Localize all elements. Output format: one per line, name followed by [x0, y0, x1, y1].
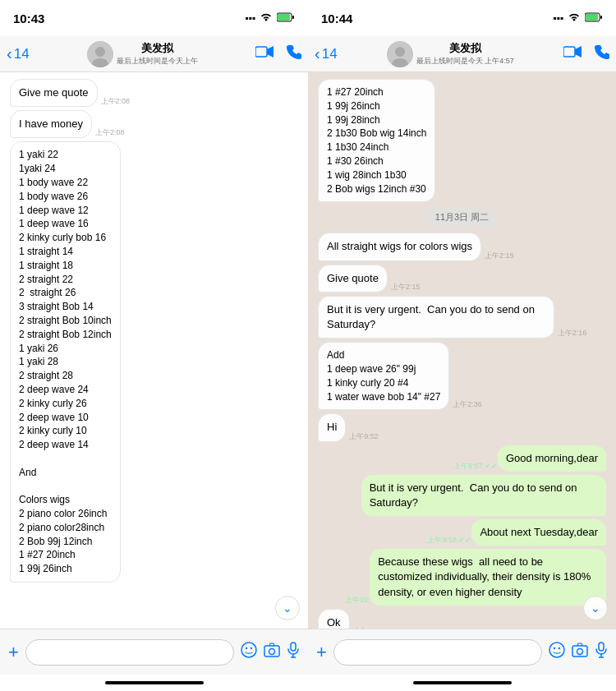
msg-row: 上午10: Because these wigs all need to be … — [318, 549, 606, 606]
bubble: About next Tuesday,dear — [471, 519, 606, 546]
right-home-indicator — [308, 675, 616, 691]
right-video-icon[interactable] — [563, 45, 582, 62]
svg-point-12 — [269, 649, 275, 655]
msg-row: 上午9:57 ✓✓ Good morning,dear — [318, 445, 606, 472]
left-chevron-icon: ‹ — [7, 44, 12, 63]
left-mic-icon[interactable] — [287, 642, 300, 662]
bubble: 1 #27 20inch 1 99j 26inch 1 99j 28inch 2… — [318, 79, 435, 202]
left-back-button[interactable]: ‹ 14 — [7, 44, 30, 63]
msg-row: Give me quote 上午2:08 — [10, 79, 298, 107]
left-phone: 10:43 ▪▪▪ ‹ 14 美发拟 最后上线时间是今天上午 — [0, 0, 308, 691]
left-status-time: 10:43 — [13, 12, 44, 25]
right-back-count: 14 — [322, 46, 338, 62]
left-status-icons: ▪▪▪ — [245, 12, 295, 25]
bubble: Give me quote — [10, 79, 98, 107]
msg-text: But it is very urgent. Can you do to sen… — [327, 303, 538, 330]
msg-time: 上午9:58 ✓✓ — [427, 535, 471, 546]
msg-text: I have money — [19, 117, 83, 130]
msg-time: 上午2:15 — [391, 282, 421, 293]
right-back-button[interactable]: ‹ 14 — [315, 44, 338, 63]
bubble: Hi — [318, 413, 346, 441]
right-input-field[interactable] — [333, 639, 542, 666]
right-chevron-icon: ‹ — [315, 44, 320, 63]
left-video-icon[interactable] — [255, 45, 274, 62]
svg-point-10 — [251, 647, 252, 649]
right-messages: 1 #27 20inch 1 99j 26inch 1 99j 28inch 2… — [318, 79, 606, 629]
right-status-icons: ▪▪▪ — [553, 12, 603, 25]
bubble: But it is very urgent. Can you do to sen… — [361, 475, 606, 516]
right-status-bar: 10:44 ▪▪▪ — [308, 0, 616, 36]
left-chat-area[interactable]: Give me quote 上午2:08 I have money 上午2:08… — [0, 72, 308, 629]
msg-text: 1 #27 20inch 1 99j 26inch 1 99j 28inch 2… — [327, 86, 426, 195]
bubble: Ok — [318, 609, 350, 629]
msg-row: 1 yaki 22 1yaki 24 1 body wave 22 1 body… — [10, 141, 298, 583]
left-camera-icon[interactable] — [264, 643, 280, 661]
msg-row: But it is very urgent. Can you do to sen… — [318, 475, 606, 516]
msg-text: About next Tuesday,dear — [480, 526, 598, 538]
left-contact-name: 美发拟 — [141, 41, 173, 56]
right-wifi-icon — [568, 12, 581, 25]
svg-rect-17 — [586, 14, 598, 21]
svg-rect-13 — [291, 643, 296, 651]
right-plus-icon[interactable]: + — [316, 642, 327, 663]
right-sticker-icon[interactable] — [549, 642, 565, 662]
left-header-actions — [255, 44, 301, 63]
left-status-bar: 10:43 ▪▪▪ — [0, 0, 308, 36]
svg-rect-6 — [255, 47, 267, 57]
svg-rect-1 — [278, 14, 290, 21]
right-chat-header: ‹ 14 美发拟 最后上线时间是今天 上午4:57 — [308, 36, 616, 72]
msg-time: 上午2:16 — [558, 328, 587, 339]
right-status-time: 10:44 — [321, 12, 352, 25]
bubble: I have money — [10, 110, 92, 138]
msg-text: But it is very urgent. Can you do to sen… — [370, 481, 581, 509]
msg-time: 上午10:00 — [353, 626, 387, 629]
bubble: Good morning,dear — [498, 445, 606, 472]
svg-point-24 — [549, 643, 564, 657]
left-sticker-icon[interactable] — [241, 642, 257, 662]
svg-rect-29 — [599, 643, 604, 651]
right-camera-icon[interactable] — [572, 643, 588, 661]
msg-row: Ok 上午10:00 — [318, 609, 606, 629]
svg-rect-18 — [600, 16, 602, 19]
msg-time: 上午10: — [345, 595, 370, 606]
wifi-icon — [260, 12, 273, 25]
msg-time: 上午2:08 — [95, 127, 125, 138]
left-scroll-down[interactable]: ⌄ — [275, 596, 300, 620]
left-home-indicator — [0, 675, 308, 691]
msg-text: Ok — [327, 616, 341, 629]
left-plus-icon[interactable]: + — [8, 642, 19, 663]
svg-point-25 — [554, 647, 555, 649]
msg-row: Add 1 deep wave 26" 99j 1 kinky curly 20… — [318, 342, 606, 410]
msg-text: Good morning,dear — [506, 452, 598, 464]
svg-point-8 — [241, 643, 256, 657]
msg-row: 上午9:58 ✓✓ About next Tuesday,dear — [318, 519, 606, 546]
right-chat-area[interactable]: 1 #27 20inch 1 99j 26inch 1 99j 28inch 2… — [308, 72, 616, 629]
left-phone-icon[interactable] — [287, 44, 301, 63]
right-phone-icon[interactable] — [595, 44, 609, 63]
msg-row: Hi 上午9:52 — [318, 413, 606, 441]
left-input-field[interactable] — [25, 639, 234, 666]
left-home-bar — [105, 681, 204, 684]
msg-row: But it is very urgent. Can you do to sen… — [318, 296, 606, 339]
msg-text: 1 yaki 22 1yaki 24 1 body wave 22 1 body… — [19, 149, 112, 574]
bubble: All straight wigs for colors wigs — [318, 233, 481, 260]
msg-text: All straight wigs for colors wigs — [327, 240, 472, 252]
svg-point-4 — [95, 47, 105, 57]
right-scroll-down[interactable]: ⌄ — [583, 596, 608, 620]
left-contact-info: 美发拟 最后上线时间是今天上午 — [117, 41, 198, 67]
msg-text: Give quote — [327, 272, 379, 284]
msg-row: All straight wigs for colors wigs 上午2:15 — [318, 233, 606, 260]
right-input-bar: + — [308, 629, 616, 675]
msg-text: Hi — [327, 421, 337, 433]
right-home-bar — [413, 681, 512, 684]
battery-icon — [277, 12, 295, 25]
left-messages: Give me quote 上午2:08 I have money 上午2:08… — [10, 79, 298, 583]
left-contact-center: 美发拟 最后上线时间是今天上午 — [34, 41, 251, 67]
right-contact-info: 美发拟 最后上线时间是今天 上午4:57 — [416, 41, 514, 67]
msg-text: Give me quote — [19, 86, 89, 99]
right-battery-icon — [585, 12, 603, 25]
right-contact-status: 最后上线时间是今天 上午4:57 — [416, 56, 514, 67]
svg-rect-22 — [563, 47, 575, 57]
msg-time: 上午2:15 — [485, 251, 514, 261]
right-mic-icon[interactable] — [595, 642, 608, 662]
